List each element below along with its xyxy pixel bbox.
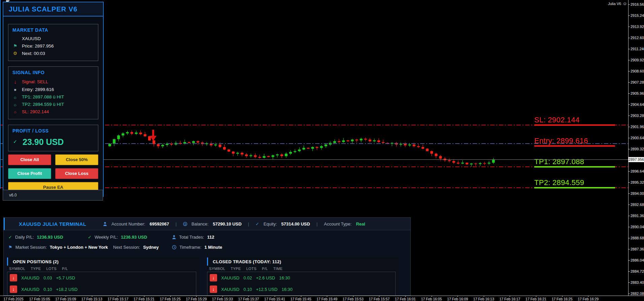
- time-tick-label: 17 Feb 15:17: [107, 297, 128, 301]
- price-tick-mark: [628, 60, 630, 60]
- sell-badge-icon: ↓: [210, 285, 217, 293]
- tp2-row: ☼ TP2: 2894.559 ü HIT: [12, 101, 94, 108]
- time-tick-label: 17 Feb 15:09: [55, 297, 76, 301]
- separator: |: [314, 221, 319, 227]
- price-tick-label: 2912.600: [631, 36, 644, 40]
- price-tick-mark: [628, 271, 630, 272]
- gear-icon: ⚙: [12, 50, 18, 57]
- separator: |: [173, 221, 178, 227]
- price-tick-mark: [628, 138, 630, 138]
- price-tick-mark: [628, 104, 630, 105]
- price-tick-label: 2890.040: [631, 225, 644, 229]
- price-tick-mark: [628, 16, 630, 16]
- timeframe-value: 1 Minute: [204, 245, 222, 250]
- current-price-badge: 2897.956: [629, 157, 644, 162]
- price-tick-mark: [628, 49, 630, 49]
- market-session-value: Tokyo + London + New York: [50, 245, 108, 250]
- sun-icon: ☼: [12, 94, 18, 101]
- price-tick-mark: [628, 260, 630, 261]
- table-cell: +2.6 USD: [256, 275, 275, 280]
- market-session-label: Market Session:: [15, 245, 47, 250]
- sun-icon: ☼: [12, 101, 18, 108]
- price-axis-line: [628, 0, 629, 296]
- sell-badge-icon: ↓: [210, 274, 217, 281]
- price-tick-label: 2887.360: [631, 247, 644, 251]
- entry-row: ■ Entry: 2899.616: [12, 86, 94, 93]
- table-cell: +12.5 USD: [256, 287, 278, 292]
- daily-pl: ✓ Daily P/L: 1236.93 USD: [8, 235, 63, 240]
- ea-watermark-label: Julia V6: [608, 2, 621, 6]
- time-tick-label: 17 Feb 16:29: [578, 297, 599, 301]
- profit-loss-section: PROFIT / LOSS ✓ 23.90 USD: [8, 125, 98, 151]
- tp1-row: ☼ TP1: 2897.088 ü HIT: [12, 93, 94, 101]
- table-cell: XAUUSD: [21, 287, 39, 292]
- balance-icon: $: [183, 222, 187, 226]
- timeframe: Timeframe: 1 Minute: [172, 245, 222, 250]
- close-profit-button[interactable]: Close Profit: [8, 168, 51, 179]
- price-tick-label: 2907.280: [631, 80, 644, 84]
- time-tick-label: 17 Feb 16:13: [473, 297, 494, 301]
- table-cell: 16:30: [281, 287, 293, 292]
- close-all-button[interactable]: Close All: [8, 154, 51, 165]
- price-tick-mark: [628, 205, 630, 205]
- price-tick-label: 2903.280: [631, 114, 644, 118]
- sell-signal-arrow-icon: [149, 130, 157, 141]
- table-cell: +5.7 USD: [56, 275, 75, 280]
- price-tick-label: 2895.320: [631, 180, 644, 184]
- open-positions-title: OPEN POSITIONS (2): [7, 258, 200, 266]
- open-positions-rows: ↓XAUUSD0.03+5.7 USD↓XAUUSD0.10+18.2 USD↓: [7, 272, 196, 296]
- time-tick-label: 17 Feb 15:53: [343, 297, 364, 301]
- scalper-panel: JULIA SCALPER V6 MARKET DATA XAUUSD ⚑ Pr…: [3, 2, 104, 197]
- price-tick-mark: [628, 182, 630, 183]
- scalper-panel-header[interactable]: JULIA SCALPER V6: [3, 2, 103, 17]
- table-cell: 0.02: [243, 275, 252, 280]
- price-tick-mark: [628, 216, 630, 216]
- closed-trades-headers: SYMBOLTYPELOTSP/LTIME: [207, 266, 399, 272]
- time-tick-label: 17 Feb 16:17: [499, 297, 520, 301]
- entry-label: Entry: 2899.616: [534, 137, 588, 145]
- close-50-button[interactable]: Close 50%: [55, 154, 98, 165]
- next-session-label: Next Session:: [113, 245, 140, 250]
- signal-value: Signal: SELL: [22, 78, 48, 86]
- symbol-row: XAUUSD: [12, 35, 94, 42]
- smiley-icon[interactable]: ☺: [622, 1, 627, 6]
- price-tick-label: 2900.640: [631, 136, 644, 140]
- terminal-header: XAUUSD JULIA TERMINAL Account Number: 69…: [4, 218, 410, 230]
- panel-edge-accent: [0, 0, 1, 189]
- sl-value: SL: 2902.144: [22, 108, 49, 116]
- price-tick-label: 2909.920: [631, 58, 644, 62]
- price-tick-label: 2899.320: [631, 147, 644, 151]
- column-header: TYPE: [31, 267, 41, 271]
- price-tick-label: 2886.040: [631, 258, 644, 262]
- market-session: ⚑ Market Session: Tokyo + London + New Y…: [8, 245, 108, 250]
- price-tick-label: 2883.400: [631, 280, 644, 284]
- table-cell: +18.2 USD: [56, 287, 78, 292]
- time-tick-label: 17 Feb 16:25: [552, 297, 573, 301]
- tp1-value: TP1: 2897.088 ü HIT: [22, 93, 64, 101]
- trading-workspace: SL: 2902.144Entry: 2899.616TP1: 2897.088…: [0, 0, 644, 301]
- time-tick-label: 17 Feb 16:05: [421, 297, 442, 301]
- table-cell: 0.10: [43, 287, 52, 292]
- price-tick-mark: [628, 171, 630, 172]
- price-tick-label: 2905.960: [631, 91, 644, 95]
- price-tick-label: 2892.680: [631, 203, 644, 207]
- close-loss-button[interactable]: Close Loss: [55, 168, 98, 179]
- time-tick-label: 17 Feb 15:25: [160, 297, 181, 301]
- profit-loss-title: PROFIT / LOSS: [12, 128, 94, 133]
- table-cell: 0.03: [43, 275, 52, 280]
- price-tick-mark: [628, 238, 630, 238]
- balance-value: 57290.10 USD: [213, 221, 241, 227]
- time-axis[interactable]: 17 Feb 202517 Feb 15:0517 Feb 15:0917 Fe…: [0, 296, 644, 301]
- time-tick-label: 17 Feb 15:13: [81, 297, 102, 301]
- column-header: TIME: [273, 267, 283, 271]
- time-tick-label: 17 Feb 15:05: [29, 297, 50, 301]
- person-icon: [172, 235, 176, 239]
- price-tick-mark: [628, 4, 630, 5]
- price-tick-mark: [628, 38, 630, 38]
- time-tick-label: 17 Feb 16:09: [447, 297, 468, 301]
- table-cell: 0.10: [243, 287, 252, 292]
- market-data-section: MARKET DATA XAUUSD ⚑ Price: 2897.956 ⚙ N…: [8, 24, 98, 61]
- price-tick-label: 2904.640: [631, 102, 644, 107]
- next-candle-row: ⚙ Next: 00:03: [12, 50, 94, 57]
- closed-trades-panel: CLOSED TRADES (TODAY: 112) SYMBOLTYPELOT…: [207, 258, 399, 296]
